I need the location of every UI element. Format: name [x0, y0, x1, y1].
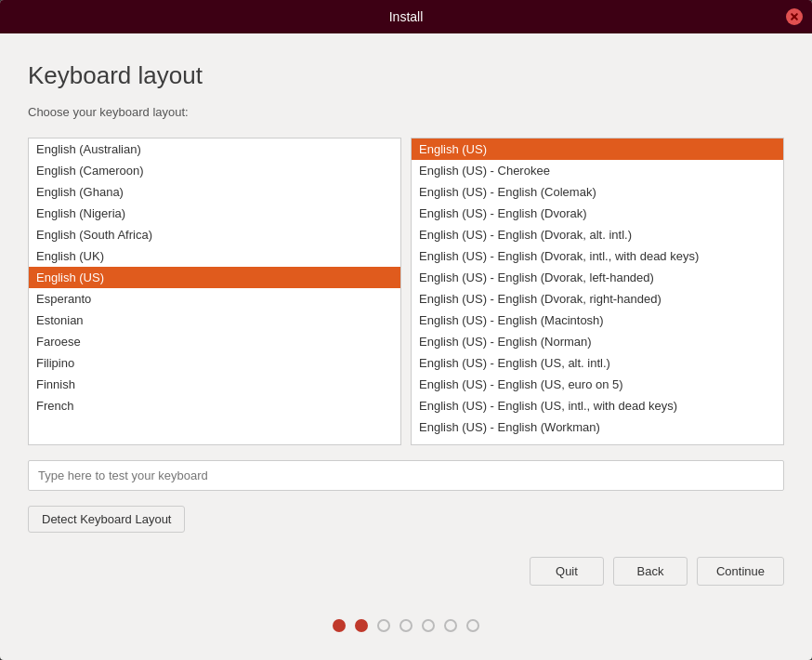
- list-item[interactable]: Filipino: [29, 352, 400, 374]
- window-title: Install: [389, 9, 424, 24]
- install-window: Install Keyboard layout Choose your keyb…: [0, 0, 812, 660]
- list-item[interactable]: English (Cameroon): [29, 160, 400, 181]
- lists-container: English (Australian)English (Cameroon)En…: [28, 138, 784, 445]
- list-item[interactable]: Finnish: [29, 374, 400, 395]
- variant-list[interactable]: English (US)English (US) - CherokeeEngli…: [411, 138, 784, 445]
- list-item[interactable]: English (US) - English (Dvorak, alt. int…: [412, 224, 783, 245]
- list-item[interactable]: English (US): [29, 267, 400, 288]
- list-item[interactable]: English (US) - English (Dvorak, right-ha…: [412, 288, 783, 310]
- list-item[interactable]: Faroese: [29, 331, 400, 352]
- list-item[interactable]: English (US) - English (Colemak): [412, 181, 783, 203]
- list-item[interactable]: English (US) - English (Norman): [412, 331, 783, 352]
- list-item[interactable]: English (US) - English (Macintosh): [412, 310, 783, 331]
- progress-dot-5: [444, 619, 457, 632]
- list-item[interactable]: English (South Africa): [29, 224, 400, 245]
- list-item[interactable]: English (UK): [29, 245, 400, 267]
- subtitle: Choose your keyboard layout:: [28, 105, 784, 119]
- progress-dot-2: [377, 619, 390, 632]
- list-item[interactable]: English (US) - English (Dvorak, left-han…: [412, 267, 783, 288]
- close-button[interactable]: [786, 8, 803, 25]
- quit-button[interactable]: Quit: [530, 557, 604, 586]
- progress-dot-0: [333, 619, 346, 632]
- progress-dots: [28, 606, 784, 641]
- list-item[interactable]: Esperanto: [29, 288, 400, 310]
- main-content: Keyboard layout Choose your keyboard lay…: [0, 33, 812, 660]
- progress-dot-6: [466, 619, 479, 632]
- list-item[interactable]: English (US) - English (US, intl., with …: [412, 395, 783, 416]
- list-item[interactable]: English (US) - English (Dvorak, intl., w…: [412, 245, 783, 267]
- list-item[interactable]: English (US) - English (US, alt. intl.): [412, 352, 783, 374]
- progress-dot-4: [422, 619, 435, 632]
- footer-buttons: Quit Back Continue: [28, 548, 784, 591]
- language-list[interactable]: English (Australian)English (Cameroon)En…: [28, 138, 401, 445]
- list-item[interactable]: English (US) - Cherokee: [412, 160, 783, 181]
- list-item[interactable]: English (US): [412, 139, 783, 160]
- list-item[interactable]: English (Ghana): [29, 181, 400, 203]
- page-title: Keyboard layout: [28, 61, 784, 90]
- list-item[interactable]: English (US) - English (Workman): [412, 416, 783, 438]
- list-item[interactable]: English (Australian): [29, 139, 400, 160]
- list-item[interactable]: English (US) - English (Dvorak): [412, 203, 783, 224]
- list-item[interactable]: Estonian: [29, 310, 400, 331]
- progress-dot-3: [399, 619, 413, 632]
- detect-keyboard-button[interactable]: Detect Keyboard Layout: [28, 506, 185, 533]
- back-button[interactable]: Back: [613, 557, 688, 586]
- keyboard-test-input[interactable]: [28, 460, 784, 491]
- list-item[interactable]: French: [29, 395, 400, 416]
- progress-dot-1: [355, 619, 368, 632]
- continue-button[interactable]: Continue: [697, 557, 784, 586]
- titlebar: Install: [0, 0, 812, 33]
- list-item[interactable]: English (Nigeria): [29, 203, 400, 224]
- list-item[interactable]: English (US) - English (US, euro on 5): [412, 374, 783, 395]
